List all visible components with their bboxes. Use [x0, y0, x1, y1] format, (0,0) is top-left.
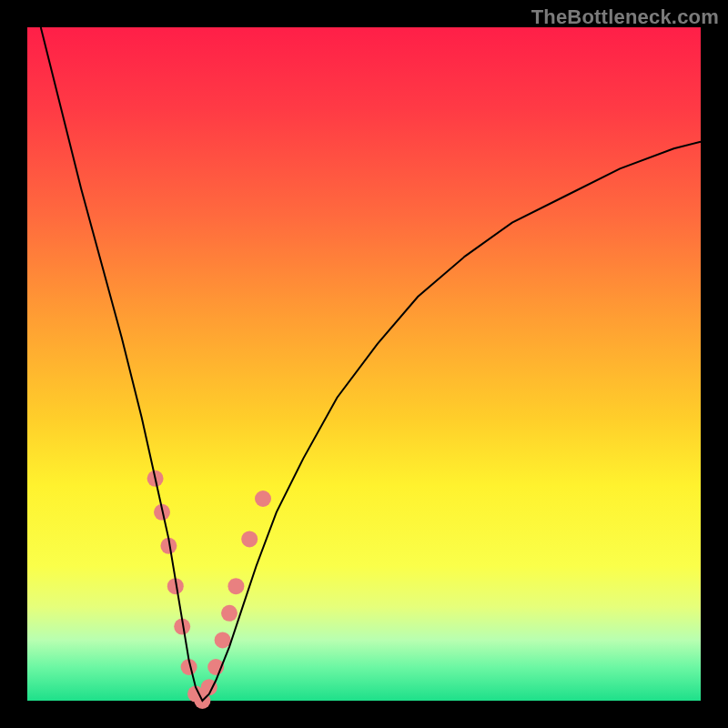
- marker-group: [147, 470, 271, 709]
- marker-point: [255, 490, 271, 507]
- chart-frame: TheBottleneck.com: [0, 0, 728, 728]
- watermark-text: TheBottleneck.com: [531, 5, 719, 29]
- chart-svg: [27, 27, 701, 701]
- bottleneck-curve: [41, 27, 701, 701]
- marker-point: [228, 578, 244, 594]
- chart-plot-area: [27, 27, 701, 701]
- marker-point: [221, 605, 238, 622]
- marker-point: [241, 531, 258, 547]
- marker-point: [215, 632, 231, 648]
